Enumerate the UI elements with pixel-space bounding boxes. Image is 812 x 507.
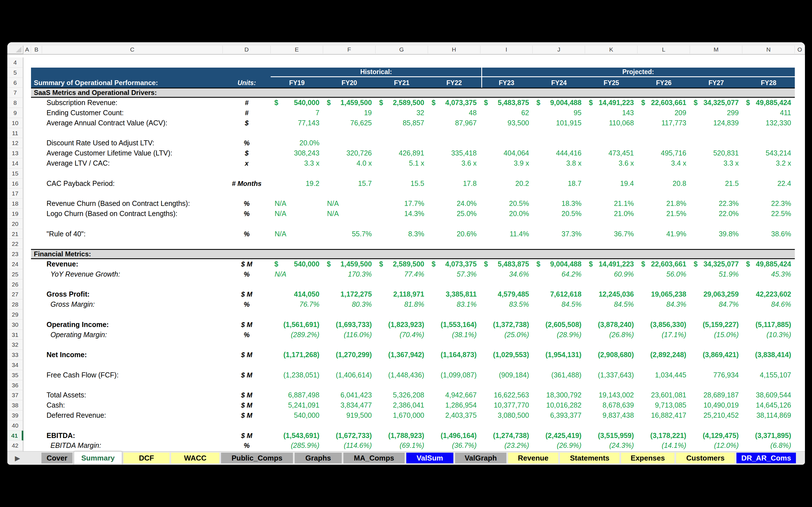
value-cell-r9-c0[interactable]: 7: [271, 108, 323, 118]
value-cell-r30-c6[interactable]: (3,878,240): [585, 320, 638, 330]
value-cell-r35-c1[interactable]: (1,406,614): [323, 370, 375, 380]
value-cell-r42-c9[interactable]: (6.8%): [742, 441, 795, 451]
unit-cell-31[interactable]: %: [223, 330, 271, 340]
value-cell-r19-c4[interactable]: 20.0%: [480, 209, 533, 219]
value-cell-r33-c1[interactable]: (1,270,299): [323, 350, 375, 360]
value-cell-r21-c7[interactable]: 41.9%: [638, 229, 690, 239]
row-header-29[interactable]: 29: [7, 309, 23, 320]
value-cell-r10-c3[interactable]: 87,967: [428, 118, 480, 128]
value-cell-r18-c0[interactable]: N/A: [271, 199, 323, 209]
value-cell-r35-c2[interactable]: (1,448,436): [375, 370, 428, 380]
year-header-FY19[interactable]: FY19: [271, 78, 323, 88]
value-cell-r21-c9[interactable]: 38.6%: [742, 229, 795, 239]
value-cell-r14-c4[interactable]: 3.9 x: [480, 158, 533, 168]
row-header-21[interactable]: 21: [7, 229, 23, 239]
value-cell-r18-c7[interactable]: 21.8%: [638, 199, 690, 209]
column-header-I[interactable]: I: [480, 46, 533, 54]
value-cell-r42-c4[interactable]: (23.2%): [480, 441, 533, 451]
year-header-FY24[interactable]: FY24: [533, 78, 585, 88]
row-header-20[interactable]: 20: [7, 219, 23, 229]
row-header-16[interactable]: 16: [7, 179, 23, 189]
value-cell-r14-c9[interactable]: 3.2 x: [742, 158, 795, 168]
value-cell-r39-c0[interactable]: 540,000: [271, 410, 323, 420]
value-cell-r27-c8[interactable]: 29,063,259: [690, 289, 742, 299]
value-cell-r35-c6[interactable]: (1,337,643): [585, 370, 638, 380]
value-cell-r38-c4[interactable]: 10,377,770: [480, 400, 533, 410]
value-cell-r10-c9[interactable]: 132,330: [742, 118, 795, 128]
value-cell-r24-c7[interactable]: 22,603,661: [638, 259, 690, 269]
value-cell-r8-c5[interactable]: 9,004,488: [533, 98, 585, 108]
value-cell-r25-c5[interactable]: 64.2%: [533, 269, 585, 279]
value-cell-r28-c4[interactable]: 83.5%: [480, 299, 533, 309]
row-header-38[interactable]: 38: [7, 400, 23, 410]
row-label-31[interactable]: Operating Margin:: [50, 330, 107, 340]
unit-cell-28[interactable]: %: [223, 299, 271, 309]
value-cell-r25-c1[interactable]: 170.3%: [323, 269, 375, 279]
unit-cell-18[interactable]: %: [223, 199, 271, 209]
sheet-tab-customers[interactable]: Customers: [676, 453, 735, 463]
unit-cell-24[interactable]: $ M: [223, 259, 271, 269]
value-cell-r37-c2[interactable]: 5,326,208: [375, 390, 428, 400]
sheet-tab-dr_ar_coms[interactable]: DR_AR_Coms: [737, 453, 796, 463]
value-cell-r38-c6[interactable]: 8,678,639: [585, 400, 638, 410]
row-header-9[interactable]: 9: [7, 108, 23, 118]
value-cell-r35-c0[interactable]: (1,238,051): [271, 370, 323, 380]
sheet-tab-statements[interactable]: Statements: [560, 453, 619, 463]
row-header-15[interactable]: 15: [7, 168, 23, 179]
value-cell-r42-c7[interactable]: (14.1%): [638, 441, 690, 451]
value-cell-r9-c5[interactable]: 95: [533, 108, 585, 118]
row-header-4[interactable]: 4: [7, 57, 23, 68]
value-cell-r13-c2[interactable]: 426,891: [375, 148, 428, 158]
value-cell-r38-c2[interactable]: 2,386,041: [375, 400, 428, 410]
value-cell-r31-c1[interactable]: (116.0%): [323, 330, 375, 340]
row-header-35[interactable]: 35: [7, 370, 23, 380]
row-header-41[interactable]: 41: [7, 431, 23, 441]
value-cell-r9-c9[interactable]: 411: [742, 108, 795, 118]
value-cell-r24-c4[interactable]: 5,483,875: [480, 259, 533, 269]
value-cell-r42-c1[interactable]: (114.6%): [323, 441, 375, 451]
sheet-tab-summary[interactable]: Summary: [74, 452, 122, 464]
value-cell-r24-c2[interactable]: 2,589,500: [375, 259, 428, 269]
unit-cell-33[interactable]: $ M: [223, 350, 271, 360]
value-cell-r16-c7[interactable]: 20.8: [638, 179, 690, 189]
value-cell-r30-c0[interactable]: (1,561,691): [271, 320, 323, 330]
value-cell-r31-c2[interactable]: (70.4%): [375, 330, 428, 340]
value-cell-r8-c0[interactable]: 540,000: [271, 98, 323, 108]
sheet-tab-ma_comps[interactable]: MA_Comps: [343, 453, 405, 463]
unit-cell-38[interactable]: $ M: [223, 400, 271, 410]
value-cell-r38-c1[interactable]: 3,834,477: [323, 400, 375, 410]
value-cell-r28-c0[interactable]: 76.7%: [271, 299, 323, 309]
value-cell-r9-c7[interactable]: 209: [638, 108, 690, 118]
value-cell-r8-c6[interactable]: 14,491,223: [585, 98, 638, 108]
row-header-33[interactable]: 33: [7, 350, 23, 360]
value-cell-r13-c4[interactable]: 404,064: [480, 148, 533, 158]
row-label-19[interactable]: Logo Churn (Based on Contract Lengths):: [47, 209, 177, 219]
value-cell-r27-c3[interactable]: 3,385,811: [428, 289, 480, 299]
sheet-tab-valgraph[interactable]: ValGraph: [455, 453, 506, 463]
year-header-FY25[interactable]: FY25: [585, 78, 638, 88]
row-header-6[interactable]: 6: [7, 78, 23, 88]
value-cell-r19-c6[interactable]: 21.0%: [585, 209, 638, 219]
value-cell-r31-c7[interactable]: (17.1%): [638, 330, 690, 340]
value-cell-r28-c8[interactable]: 84.7%: [690, 299, 742, 309]
value-cell-r35-c9[interactable]: 4,155,107: [742, 370, 795, 380]
column-header-J[interactable]: J: [533, 46, 585, 54]
sheet-tab-dcf[interactable]: DCF: [123, 453, 169, 463]
sheet-tab-graphs[interactable]: Graphs: [295, 453, 342, 463]
value-cell-r28-c6[interactable]: 84.5%: [585, 299, 638, 309]
value-cell-r31-c4[interactable]: (25.0%): [480, 330, 533, 340]
value-cell-r25-c0[interactable]: N/A: [271, 269, 323, 279]
row-header-12[interactable]: 12: [7, 138, 23, 148]
value-cell-r16-c3[interactable]: 17.8: [428, 179, 480, 189]
value-cell-r16-c4[interactable]: 20.2: [480, 179, 533, 189]
value-cell-r42-c0[interactable]: (285.9%): [271, 441, 323, 451]
value-cell-r33-c3[interactable]: (1,164,873): [428, 350, 480, 360]
sheet-tab-wacc[interactable]: WACC: [171, 453, 219, 463]
row-header-27[interactable]: 27: [7, 289, 23, 299]
value-cell-r8-c4[interactable]: 5,483,875: [480, 98, 533, 108]
year-header-FY21[interactable]: FY21: [375, 78, 428, 88]
column-header-O[interactable]: O: [795, 46, 805, 54]
row-header-11[interactable]: 11: [7, 128, 23, 138]
value-cell-r14-c0[interactable]: 3.3 x: [271, 158, 323, 168]
value-cell-r35-c7[interactable]: 1,034,445: [638, 370, 690, 380]
